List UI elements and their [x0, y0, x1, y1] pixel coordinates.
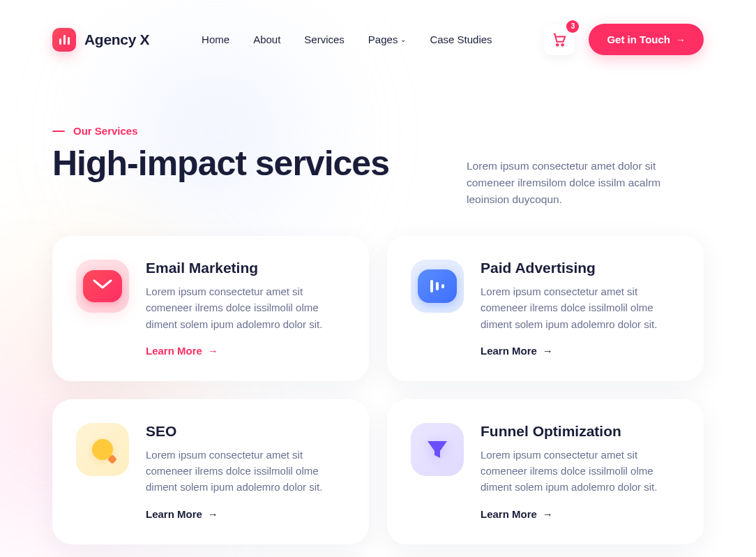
card-title: Email Marketing [146, 260, 345, 276]
learn-more-link[interactable]: Learn More→ [481, 345, 553, 357]
service-card: SEO Lorem ipsum consectetur amet sit com… [52, 399, 369, 544]
arrow-right-icon: → [543, 345, 553, 357]
brand[interactable]: Agency X [52, 28, 149, 52]
service-card: Email Marketing Lorem ipsum consectetur … [52, 236, 369, 381]
card-text: Lorem ipsum consectetur amet sit comenee… [146, 283, 345, 332]
nav-about[interactable]: About [253, 34, 280, 45]
services-section: Our Services High-impact services Lorem … [0, 55, 756, 557]
card-title: Paid Advertising [481, 260, 680, 276]
section-eyebrow: Our Services [52, 125, 704, 137]
header-actions: 3 Get in Touch → [544, 24, 704, 55]
card-title: Funnel Optimization [481, 423, 680, 440]
main-nav: Home About Services Pages⌄ Case Studies [202, 34, 492, 45]
service-card: Funnel Optimization Lorem ipsum consecte… [387, 399, 704, 544]
services-grid: Email Marketing Lorem ipsum consectetur … [52, 236, 704, 557]
chart-icon [411, 260, 464, 313]
cart-icon [552, 32, 567, 47]
cart-badge: 3 [566, 20, 579, 33]
card-text: Lorem ipsum consectetur amet sit comenee… [146, 447, 345, 496]
funnel-icon [411, 423, 464, 476]
cart-button[interactable]: 3 [544, 24, 575, 55]
logo-icon [52, 28, 76, 52]
service-card: Paid Advertising Lorem ipsum consectetur… [387, 236, 704, 381]
nav-case-studies[interactable]: Case Studies [430, 34, 492, 45]
eyebrow-line-icon [52, 131, 65, 132]
get-in-touch-button[interactable]: Get in Touch → [589, 24, 704, 55]
arrow-right-icon: → [676, 34, 686, 45]
chevron-down-icon: ⌄ [400, 36, 406, 43]
search-icon [76, 423, 129, 476]
arrow-right-icon: → [208, 508, 218, 520]
brand-name: Agency X [84, 31, 149, 48]
arrow-right-icon: → [543, 508, 553, 520]
section-title: High-impact services [52, 145, 389, 182]
eyebrow-text: Our Services [73, 125, 138, 137]
site-header: Agency X Home About Services Pages⌄ Case… [0, 0, 756, 55]
nav-home[interactable]: Home [202, 34, 229, 45]
arrow-right-icon: → [208, 345, 218, 357]
nav-services[interactable]: Services [304, 34, 345, 45]
nav-pages[interactable]: Pages⌄ [368, 34, 407, 45]
card-text: Lorem ipsum consectetur amet sit comenee… [481, 447, 680, 496]
svg-point-1 [562, 43, 564, 45]
learn-more-link[interactable]: Learn More→ [146, 345, 218, 357]
learn-more-link[interactable]: Learn More→ [146, 508, 218, 520]
section-lead: Lorem ipsum consectetur amet dolor sit c… [467, 158, 704, 208]
learn-more-link[interactable]: Learn More→ [481, 508, 553, 520]
envelope-icon [76, 260, 129, 313]
card-text: Lorem ipsum consectetur amet sit comenee… [481, 283, 680, 332]
svg-point-0 [557, 43, 559, 45]
card-title: SEO [146, 423, 345, 440]
